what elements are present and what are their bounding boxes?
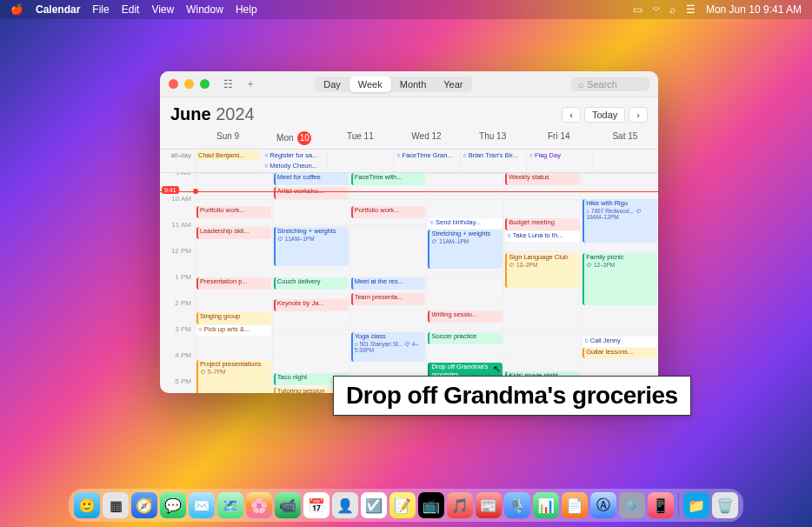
dock-podcasts-icon[interactable]: 🎙️ <box>504 492 530 518</box>
menu-help[interactable]: Help <box>236 3 257 16</box>
allday-event[interactable]: Melody Cheun... <box>263 161 326 170</box>
dock-contacts-icon[interactable]: 👤 <box>332 492 358 518</box>
page-title: June 2024 <box>170 104 255 124</box>
menu-view[interactable]: View <box>151 3 174 16</box>
hour-label: 3 PM <box>160 325 195 351</box>
dock-settings-icon[interactable]: ⚙️ <box>619 492 645 518</box>
dock-downloads-icon[interactable]: 📁 <box>683 492 709 518</box>
dock-music-icon[interactable]: 🎵 <box>447 492 473 518</box>
close-button[interactable] <box>169 79 178 89</box>
hour-label: 2 PM <box>160 299 195 325</box>
dock-photos-icon[interactable]: 🌸 <box>246 492 272 518</box>
calendar-event[interactable]: Couch delivery <box>274 277 349 290</box>
calendar-event[interactable]: Project presentations⏱ 5–7PM <box>196 360 271 393</box>
day-header[interactable]: Thu 13 <box>460 128 526 149</box>
day-column[interactable]: Hike with Rigo⌂ 7867 Redwood... ⏱ 10AM–1… <box>581 173 658 393</box>
calendar-event[interactable]: Sign Language Club⏱ 12–2PM <box>505 253 580 288</box>
calendar-event[interactable]: Leadership skil... <box>196 227 271 239</box>
day-header[interactable]: Sun 9 <box>195 128 261 149</box>
apple-menu-icon[interactable]: 🍎 <box>10 3 23 16</box>
dock-messages-icon[interactable]: 💬 <box>160 492 186 518</box>
calendar-event[interactable]: Stretching + weights⏱ 11AM–1PM <box>274 227 349 266</box>
dock-maps-icon[interactable]: 🗺️ <box>217 492 243 518</box>
day-header[interactable]: Wed 12 <box>393 128 459 149</box>
fullscreen-button[interactable] <box>200 79 210 89</box>
view-week[interactable]: Week <box>349 77 391 92</box>
dock-safari-icon[interactable]: 🧭 <box>131 492 157 518</box>
add-event-icon[interactable]: ＋ <box>243 77 258 92</box>
search-input[interactable]: ⌕ Search <box>571 77 649 91</box>
calendar-event[interactable]: Guitar lessons... <box>582 348 657 358</box>
calendar-event[interactable]: Family picnic⏱ 12–3PM <box>582 253 657 305</box>
allday-event[interactable]: FaceTime Gran... <box>395 150 458 160</box>
calendar-event[interactable]: Team presenta... <box>351 293 426 305</box>
app-name[interactable]: Calendar <box>36 3 80 16</box>
calendar-event[interactable]: Writing sessio... <box>428 310 503 323</box>
view-year[interactable]: Year <box>435 77 471 92</box>
allday-event[interactable]: Flag Day <box>528 150 591 160</box>
dock-calendar-icon[interactable]: 📅 <box>303 492 329 518</box>
dock: 🙂 ▦ 🧭 💬 ✉️ 🗺️ 🌸 📹 📅 👤 ☑️ 📝 📺 🎵 📰 🎙️ 📊 📄 … <box>69 489 743 522</box>
calendar-event[interactable]: Hike with Rigo⌂ 7867 Redwood... ⏱ 10AM–1… <box>582 199 657 243</box>
day-column[interactable]: Meet for coffeeArtist worksho...Stretchi… <box>272 173 349 393</box>
dock-pages-icon[interactable]: 📄 <box>562 492 588 518</box>
dock-notes-icon[interactable]: 📝 <box>389 492 416 518</box>
day-header[interactable]: Sat 15 <box>592 128 658 149</box>
calendar-event[interactable]: ○ Pick up arts &... <box>196 325 271 336</box>
allday-event[interactable]: Chad Benjami... <box>196 150 260 160</box>
calendar-event[interactable]: Keynote by Ja... <box>274 299 349 311</box>
calendar-event[interactable]: Meet for coffee <box>274 173 349 185</box>
dock-reminders-icon[interactable]: ☑️ <box>361 492 387 518</box>
minimize-button[interactable] <box>184 79 194 89</box>
dock-iphone-mirror-icon[interactable]: 📱 <box>648 492 674 518</box>
dock-numbers-icon[interactable]: 📊 <box>533 492 559 518</box>
dock-facetime-icon[interactable]: 📹 <box>275 492 301 518</box>
calendar-event[interactable]: Budget meeting <box>505 218 580 230</box>
dock-news-icon[interactable]: 📰 <box>476 492 502 518</box>
allday-event[interactable]: Brian Tran's Bir... <box>462 150 525 160</box>
dock-launchpad-icon[interactable]: ▦ <box>103 492 129 518</box>
day-header[interactable]: Tue 11 <box>327 128 393 149</box>
dock-tv-icon[interactable]: 📺 <box>418 492 444 518</box>
prev-week-button[interactable]: ‹ <box>562 107 581 123</box>
calendar-event[interactable]: FaceTime with... <box>351 173 426 185</box>
day-header[interactable]: Fri 14 <box>526 128 592 149</box>
calendars-toggle-icon[interactable]: ☷ <box>220 77 236 92</box>
next-week-button[interactable]: › <box>629 107 648 123</box>
battery-icon[interactable]: ▭ <box>633 3 642 16</box>
day-column[interactable]: FaceTime with...Portfolio work...Meet at… <box>349 173 427 393</box>
menu-file[interactable]: File <box>92 3 109 16</box>
allday-event[interactable]: Register for sa... <box>263 150 326 160</box>
calendar-event[interactable]: Presentation p... <box>196 277 271 290</box>
now-indicator: 9:41 <box>160 191 658 192</box>
calendar-event[interactable]: Weekly status <box>505 173 580 185</box>
calendar-event[interactable]: ○ Take Luna to th... <box>505 231 580 242</box>
dock-mail-icon[interactable]: ✉️ <box>189 492 215 518</box>
today-button[interactable]: Today <box>584 107 625 123</box>
day-header-today[interactable]: Mon 10 <box>261 128 327 149</box>
calendar-event[interactable]: Portfolio work... <box>351 206 426 218</box>
day-column[interactable]: Portfolio work...Leadership skil...Prese… <box>195 173 272 393</box>
calendar-event[interactable]: Stretching + weights⏱ 11AM–1PM <box>428 230 503 269</box>
day-column[interactable]: ○ Send birthday...Stretching + weights⏱ … <box>426 173 503 393</box>
calendar-event[interactable]: Portfolio work... <box>196 206 271 218</box>
menubar-clock[interactable]: Mon Jun 10 9:41 AM <box>706 3 802 16</box>
dock-trash-icon[interactable]: 🗑️ <box>712 492 738 518</box>
calendar-event[interactable]: Singing group <box>196 312 271 324</box>
calendar-event[interactable]: Artist worksho... <box>274 187 349 199</box>
spotlight-icon[interactable]: ⌕ <box>669 3 676 16</box>
dock-finder-icon[interactable]: 🙂 <box>74 492 100 518</box>
calendar-event[interactable]: ○ Call Jenny <box>582 337 657 347</box>
dock-appstore-icon[interactable]: Ⓐ <box>590 492 616 518</box>
view-month[interactable]: Month <box>391 77 436 92</box>
calendar-event[interactable]: Meet at the res... <box>351 277 426 290</box>
calendar-event[interactable]: ○ Send birthday... <box>428 218 503 229</box>
wifi-icon[interactable]: ⌔ <box>653 3 659 16</box>
view-day[interactable]: Day <box>315 77 349 92</box>
control-center-icon[interactable]: ☰ <box>686 3 696 16</box>
menu-edit[interactable]: Edit <box>122 3 140 16</box>
day-column[interactable]: Weekly statusBudget meeting○ Take Luna t… <box>503 173 581 393</box>
calendar-event[interactable]: Soccer practice <box>428 332 503 344</box>
menu-window[interactable]: Window <box>186 3 223 16</box>
calendar-event[interactable]: Yoga class⌂ 501 Stanyan St... ⏱ 4–5:30PM <box>351 332 426 362</box>
